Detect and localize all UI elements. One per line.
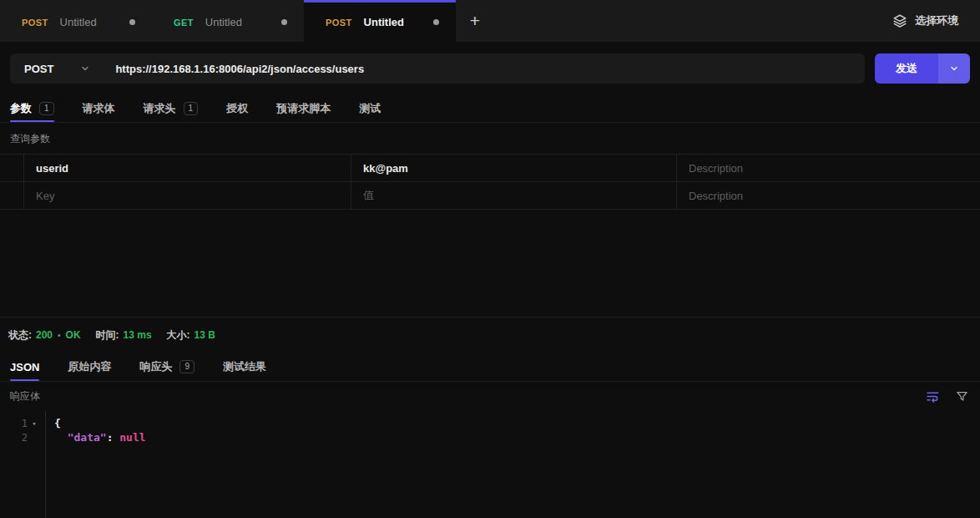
tab-label: 参数 (10, 101, 32, 116)
gutter-line: 2 (0, 430, 45, 444)
send-button[interactable]: 发送 (875, 53, 938, 84)
request-tab-2[interactable]: GET Untitled (152, 0, 304, 42)
response-section-tabs: JSON 原始内容 响应头 9 测试结果 (0, 353, 980, 382)
json-colon: : (107, 431, 120, 444)
count-badge: 1 (39, 102, 54, 115)
unsaved-dot-icon (433, 19, 439, 25)
count-badge: 9 (179, 360, 194, 373)
request-section-tabs: 参数 1 请求体 请求头 1 授权 预请求脚本 测试 (0, 95, 980, 123)
query-params-title: 查询参数 (0, 123, 980, 154)
response-json-viewer[interactable]: 1 ▾ 2 { "data": null (0, 411, 980, 518)
chevron-down-icon (949, 63, 959, 74)
status-label: 状态: (8, 328, 32, 343)
word-wrap-icon[interactable] (926, 389, 940, 404)
tab-label: 响应头 (139, 359, 172, 374)
add-tab-button[interactable]: + (456, 0, 494, 42)
tab-title: Untitled (364, 16, 404, 28)
bullet-separator: • (58, 331, 61, 340)
size-value: 13 B (194, 329, 215, 341)
code-line: "data": null (54, 430, 146, 444)
tab-label: 原始内容 (68, 359, 111, 374)
gutter-line: 1 ▾ (0, 416, 45, 430)
tab-label: 授权 (226, 101, 248, 116)
layers-icon (892, 13, 907, 28)
method-dropdown[interactable]: POST (10, 63, 53, 75)
environment-label: 选择环境 (915, 13, 958, 28)
tab-label: JSON (10, 361, 39, 373)
line-number: 2 (22, 432, 28, 444)
line-number: 1 (22, 418, 28, 429)
tab-label: 测试结果 (223, 359, 266, 374)
response-body-title: 响应体 (10, 389, 40, 404)
tab-label: 测试 (359, 101, 381, 116)
status-code: 200 (36, 329, 53, 341)
request-tab-3-active[interactable]: POST Untitled (304, 0, 456, 42)
url-input[interactable]: POST https://192.168.1.16:8006/api2/json… (10, 53, 865, 84)
tab-label: 请求头 (144, 101, 176, 116)
tab-body[interactable]: 请求体 (83, 95, 115, 122)
param-description-field[interactable]: Description (676, 182, 980, 209)
request-bar: POST https://192.168.1.16:8006/api2/json… (0, 42, 980, 95)
param-value-field[interactable]: 值 (351, 182, 676, 209)
row-handle-cell[interactable] (0, 182, 23, 209)
tab-tests[interactable]: 测试 (359, 95, 381, 122)
unsaved-dot-icon (281, 19, 287, 25)
empty-area (0, 210, 980, 317)
tab-response-headers[interactable]: 响应头 9 (139, 353, 194, 381)
time-label: 时间: (96, 328, 119, 343)
filter-funnel-icon[interactable] (956, 390, 968, 403)
table-row: userid kk@pam Description (0, 155, 980, 182)
param-description-field[interactable]: Description (676, 155, 980, 181)
json-null-value: null (119, 431, 145, 444)
response-status-bar: 状态: 200 • OK 时间: 13 ms 大小: 13 B (0, 317, 980, 353)
param-key-field[interactable]: userid (23, 155, 351, 181)
count-badge: 1 (184, 102, 199, 115)
status-text: OK (66, 329, 81, 341)
tab-label: 请求体 (83, 101, 115, 116)
time-value: 13 ms (124, 329, 152, 341)
param-value-field[interactable]: kk@pam (351, 155, 676, 181)
chevron-down-icon[interactable] (80, 63, 90, 74)
tab-headers[interactable]: 请求头 1 (144, 95, 199, 122)
url-value: https://192.168.1.16:8006/api2/json/acce… (115, 63, 364, 75)
query-params-table: userid kk@pam Description Key 值 Descript… (0, 154, 980, 210)
unsaved-dot-icon (129, 19, 135, 25)
code-line: { (54, 416, 146, 430)
response-body-bar: 响应体 (0, 382, 980, 411)
code-content: { "data": null (46, 411, 146, 518)
send-options-button[interactable] (938, 53, 970, 84)
tab-json[interactable]: JSON (10, 353, 39, 381)
param-key-field[interactable]: Key (23, 182, 351, 209)
tab-auth[interactable]: 授权 (226, 95, 248, 122)
tab-test-results[interactable]: 测试结果 (223, 353, 266, 381)
environment-selector[interactable]: 选择环境 (892, 0, 980, 42)
tab-label: 预请求脚本 (276, 101, 331, 116)
size-label: 大小: (167, 328, 190, 343)
json-brace: { (54, 417, 61, 429)
tab-title: Untitled (205, 16, 242, 28)
row-handle-cell[interactable] (0, 155, 23, 181)
send-split-button: 发送 (875, 53, 970, 84)
tab-prerequest-script[interactable]: 预请求脚本 (276, 95, 331, 122)
tab-raw[interactable]: 原始内容 (68, 353, 111, 381)
tab-title: Untitled (60, 16, 97, 28)
tab-params[interactable]: 参数 1 (10, 95, 54, 122)
method-badge: POST (22, 18, 48, 28)
method-badge: POST (326, 18, 352, 28)
json-key: "data" (68, 431, 107, 444)
method-badge: GET (174, 18, 194, 28)
fold-caret-icon[interactable]: ▾ (28, 419, 41, 428)
table-row: Key 值 Description (0, 182, 980, 210)
tab-strip: POST Untitled GET Untitled POST Untitled… (0, 0, 980, 42)
line-number-gutter: 1 ▾ 2 (0, 411, 46, 518)
request-tab-1[interactable]: POST Untitled (0, 0, 152, 42)
